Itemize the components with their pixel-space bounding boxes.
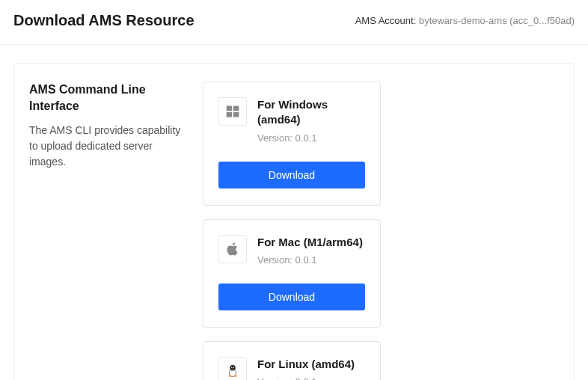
download-button-mac[interactable]: Download <box>218 284 365 310</box>
card-title: For Mac (M1/arm64) <box>257 235 365 250</box>
card-header: For Linux (amd64) Version: 0.0.1 <box>218 357 365 380</box>
svg-point-9 <box>231 367 232 368</box>
card-text: For Linux (amd64) Version: 0.0.1 <box>257 357 365 380</box>
card-header: For Mac (M1/arm64) Version: 0.0.1 <box>218 235 365 266</box>
account-info: AMS Account: bytewars-demo-ams (acc_0...… <box>355 15 575 26</box>
download-card-linux: For Linux (amd64) Version: 0.0.1 Downloa… <box>203 341 381 380</box>
download-cards: For Windows (amd64) Version: 0.0.1 Downl… <box>203 82 560 380</box>
account-value: bytewars-demo-ams (acc_0...f50ad) <box>419 15 575 26</box>
page-title: Download AMS Resource <box>13 12 195 29</box>
card-header: For Windows (amd64) Version: 0.0.1 <box>218 97 365 144</box>
section-description: The AMS CLI provides capability to uploa… <box>29 123 188 170</box>
card-title: For Windows (amd64) <box>257 97 365 128</box>
download-card-windows: For Windows (amd64) Version: 0.0.1 Downl… <box>203 82 381 206</box>
windows-icon <box>218 97 247 126</box>
card-version: Version: 0.0.1 <box>257 376 365 380</box>
svg-rect-1 <box>233 106 239 111</box>
card-text: For Mac (M1/arm64) Version: 0.0.1 <box>257 235 365 266</box>
svg-rect-2 <box>227 112 233 117</box>
account-label: AMS Account: <box>355 15 417 26</box>
svg-rect-3 <box>233 112 239 117</box>
card-title: For Linux (amd64) <box>257 357 365 372</box>
section-title: AMS Command Line Interface <box>29 82 188 114</box>
cli-panel: AMS Command Line Interface The AMS CLI p… <box>13 63 575 380</box>
svg-rect-0 <box>227 106 233 111</box>
download-button-windows[interactable]: Download <box>218 162 365 189</box>
svg-point-6 <box>230 365 236 371</box>
page-header: Download AMS Resource AMS Account: bytew… <box>0 0 588 45</box>
card-version: Version: 0.0.1 <box>257 132 365 144</box>
download-card-mac: For Mac (M1/arm64) Version: 0.0.1 Downlo… <box>203 219 381 328</box>
section-intro: AMS Command Line Interface The AMS CLI p… <box>29 82 188 380</box>
content-area: AMS Command Line Interface The AMS CLI p… <box>0 45 588 380</box>
card-text: For Windows (amd64) Version: 0.0.1 <box>257 97 365 144</box>
linux-icon <box>218 357 247 380</box>
svg-point-10 <box>233 367 234 368</box>
card-version: Version: 0.0.1 <box>257 254 365 266</box>
apple-icon <box>218 235 247 263</box>
